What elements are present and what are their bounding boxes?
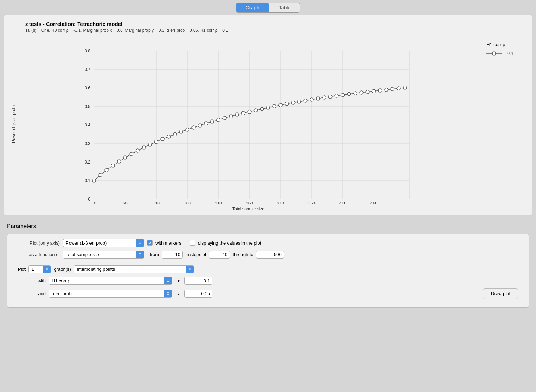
svg-point-72	[285, 102, 289, 106]
chart-subtitle: Tail(s) = One. H0 corr ρ = -0.1. Margina…	[25, 28, 270, 34]
alpha-err-dropdown[interactable]: α err prob	[49, 290, 164, 297]
svg-text:160: 160	[184, 201, 191, 204]
chart-title: z tests - Correlation: Tetrachoric model	[25, 21, 479, 27]
plot-num-dropdown[interactable]: 1	[29, 266, 43, 273]
svg-point-45	[117, 160, 121, 163]
displaying-label: displaying the values in the plot	[198, 240, 261, 246]
through-to-label: through to	[233, 252, 253, 257]
svg-point-88	[385, 88, 388, 92]
svg-text:0: 0	[88, 197, 90, 202]
chart-wrapper: Power (1-β err prob) 0 0.1 0.2	[11, 36, 479, 211]
svg-text:0.1: 0.1	[85, 178, 90, 183]
legend-area: H1 corr ρ = 0.1	[483, 21, 532, 211]
svg-point-50	[148, 143, 152, 146]
svg-point-59	[204, 122, 208, 125]
svg-text:310: 310	[277, 201, 284, 204]
svg-point-93	[492, 52, 496, 55]
plot-num-select[interactable]: 1	[28, 265, 51, 273]
chart-container: z tests - Correlation: Tetrachoric model…	[4, 21, 483, 211]
svg-point-87	[378, 89, 382, 92]
svg-text:60: 60	[123, 201, 128, 204]
displaying-checkbox[interactable]	[190, 240, 195, 246]
svg-point-58	[198, 124, 202, 127]
graph-type-select[interactable]: interpolating points	[74, 265, 194, 273]
params-section: Parameters Plot (on y axis) Power (1-β e…	[0, 218, 536, 313]
params-box: Plot (on y axis) Power (1-β err prob) wi…	[7, 234, 529, 308]
alpha-err-arrow[interactable]	[164, 290, 172, 297]
svg-point-57	[192, 126, 195, 129]
at-label-1: at	[178, 278, 182, 283]
h1-corr-select[interactable]: H1 corr ρ	[49, 277, 172, 285]
with-markers-checkbox[interactable]	[147, 240, 153, 246]
svg-point-81	[341, 93, 345, 97]
h1-value-input[interactable]	[184, 277, 212, 285]
alpha-row: and α err prob at Draw plot	[14, 288, 522, 299]
plot-y-axis-dropdown[interactable]: Power (1-β err prob)	[63, 239, 136, 247]
y-axis-label: Power (1-β err prob)	[11, 36, 16, 211]
svg-point-75	[304, 99, 307, 102]
through-to-input[interactable]	[256, 251, 284, 259]
tab-table[interactable]: Table	[269, 3, 300, 12]
svg-text:460: 460	[370, 201, 377, 204]
svg-text:210: 210	[215, 201, 222, 204]
svg-point-85	[366, 90, 369, 94]
svg-point-44	[111, 164, 115, 167]
svg-point-41	[92, 179, 96, 182]
svg-point-61	[217, 118, 220, 122]
plot-y-axis-label: Plot (on y axis)	[14, 240, 60, 246]
in-steps-input[interactable]	[209, 251, 230, 259]
svg-text:360: 360	[308, 201, 315, 204]
svg-point-48	[136, 149, 139, 152]
chart-inner: 0 0.1 0.2 0.3 0.4 0.5 0.6 0.7 0.8	[17, 36, 479, 211]
tab-group: Graph Table	[236, 3, 300, 13]
plot-y-axis-select[interactable]: Power (1-β err prob)	[63, 239, 144, 247]
in-steps-label: in steps of	[186, 252, 206, 257]
as-function-arrow[interactable]	[136, 251, 144, 258]
svg-text:0.5: 0.5	[85, 104, 90, 109]
plot-label: Plot	[18, 267, 26, 272]
svg-point-63	[229, 115, 233, 118]
svg-point-71	[279, 103, 282, 107]
with-label: with	[18, 278, 46, 283]
h1-corr-dropdown[interactable]: H1 corr ρ	[49, 277, 164, 284]
svg-point-66	[248, 110, 251, 114]
plot-num-row: Plot 1 graph(s) interpolating points	[14, 265, 522, 273]
plot-y-axis-row: Plot (on y axis) Power (1-β err prob) wi…	[14, 239, 522, 247]
h1-corr-arrow[interactable]	[164, 277, 172, 284]
svg-point-79	[328, 95, 332, 99]
divider	[14, 262, 522, 262]
svg-point-52	[161, 137, 164, 141]
svg-text:0.7: 0.7	[85, 67, 90, 72]
svg-point-89	[391, 87, 394, 91]
svg-text:0.3: 0.3	[85, 141, 90, 146]
alpha-err-select[interactable]: α err prob	[49, 290, 172, 298]
from-input[interactable]	[162, 251, 183, 259]
svg-point-56	[186, 128, 189, 131]
graph-type-arrow[interactable]	[186, 266, 194, 273]
svg-point-74	[297, 100, 301, 103]
svg-text:0.2: 0.2	[85, 160, 90, 165]
svg-point-67	[254, 109, 258, 112]
svg-point-82	[347, 92, 351, 96]
tab-graph[interactable]: Graph	[236, 3, 269, 12]
from-label: from	[150, 252, 159, 257]
svg-point-60	[210, 120, 214, 123]
alpha-value-input[interactable]	[184, 290, 212, 298]
legend-item: = 0.1	[486, 51, 513, 56]
svg-point-47	[130, 152, 133, 156]
svg-point-46	[123, 156, 127, 159]
as-function-dropdown[interactable]: Total sample size	[63, 251, 136, 258]
svg-point-49	[142, 146, 146, 149]
plot-y-arrow[interactable]	[136, 239, 144, 247]
svg-point-91	[403, 86, 407, 89]
draw-plot-button[interactable]: Draw plot	[483, 288, 518, 299]
svg-text:110: 110	[153, 201, 160, 204]
chart-svg: 0 0.1 0.2 0.3 0.4 0.5 0.6 0.7 0.8	[17, 36, 479, 205]
svg-point-77	[316, 97, 320, 100]
svg-point-84	[360, 91, 363, 94]
as-function-select[interactable]: Total sample size	[63, 251, 144, 259]
svg-point-55	[179, 130, 183, 133]
svg-point-86	[372, 89, 376, 93]
graph-type-dropdown[interactable]: interpolating points	[74, 266, 186, 273]
plot-num-arrow[interactable]	[43, 266, 51, 273]
